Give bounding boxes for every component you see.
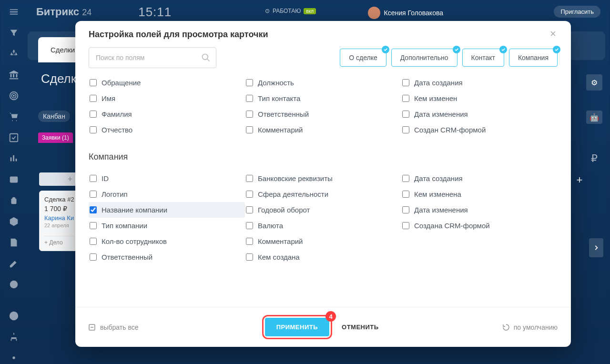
view-kanban[interactable]: Канбан bbox=[38, 111, 70, 122]
field-checkbox[interactable] bbox=[246, 253, 253, 261]
group-tab-3[interactable]: Компания bbox=[509, 49, 558, 67]
field-item[interactable]: Дата создания bbox=[401, 75, 558, 91]
clock-icon[interactable] bbox=[9, 279, 19, 290]
field-item[interactable]: Тип компании bbox=[89, 218, 245, 233]
field-item[interactable]: Обращение bbox=[89, 75, 245, 91]
field-item[interactable]: Кем изменена bbox=[401, 186, 558, 202]
field-checkbox[interactable] bbox=[246, 222, 253, 229]
field-checkbox[interactable] bbox=[90, 191, 97, 198]
field-item[interactable]: Кем создана bbox=[245, 249, 401, 265]
field-item[interactable]: Ответственный bbox=[89, 249, 245, 265]
field-checkbox[interactable] bbox=[402, 222, 409, 229]
field-checkbox[interactable] bbox=[90, 126, 97, 133]
field-item[interactable]: Валюта bbox=[245, 218, 401, 233]
field-item[interactable]: Дата изменения bbox=[401, 202, 558, 218]
field-checkbox[interactable] bbox=[402, 111, 409, 118]
sitemap-icon[interactable] bbox=[9, 332, 19, 342]
stage-zayavki[interactable]: Заявки (1) bbox=[38, 132, 73, 143]
field-item[interactable]: Название компании bbox=[89, 202, 245, 218]
field-item[interactable]: Создана CRM-формой bbox=[401, 218, 558, 233]
user-menu[interactable]: Ксения Головакова bbox=[368, 7, 443, 19]
field-item[interactable]: Логотип bbox=[89, 186, 245, 202]
reset-icon bbox=[502, 324, 510, 331]
id-card-icon[interactable] bbox=[9, 174, 19, 185]
field-item[interactable]: ID bbox=[89, 171, 245, 186]
search-input[interactable] bbox=[89, 47, 216, 68]
field-checkbox[interactable] bbox=[90, 253, 97, 261]
field-checkbox[interactable] bbox=[246, 175, 253, 182]
select-all[interactable]: выбрать все bbox=[89, 324, 138, 331]
gear-icon[interactable] bbox=[9, 353, 19, 363]
target-icon[interactable] bbox=[9, 91, 19, 101]
field-item[interactable]: Ответственный bbox=[245, 106, 401, 122]
field-checkbox[interactable] bbox=[246, 238, 253, 245]
cancel-button[interactable]: ОТМЕНИТЬ bbox=[342, 324, 379, 331]
field-checkbox[interactable] bbox=[402, 191, 409, 198]
robot-button[interactable]: 🤖 bbox=[586, 111, 602, 124]
svg-rect-4 bbox=[10, 177, 18, 183]
svg-point-5 bbox=[10, 281, 18, 289]
pencil-icon[interactable] bbox=[9, 258, 19, 269]
indeterminate-icon bbox=[89, 324, 95, 331]
field-checkbox[interactable] bbox=[90, 238, 97, 245]
field-item[interactable]: Тип контакта bbox=[245, 91, 401, 106]
close-icon[interactable]: × bbox=[550, 30, 559, 39]
field-item[interactable]: Дата создания bbox=[401, 171, 558, 186]
add-column[interactable]: + bbox=[573, 173, 586, 187]
check-icon[interactable] bbox=[9, 132, 19, 143]
field-checkbox[interactable] bbox=[246, 79, 253, 86]
field-checkbox[interactable] bbox=[90, 206, 97, 213]
field-checkbox[interactable] bbox=[246, 206, 253, 213]
help-icon[interactable] bbox=[9, 311, 19, 321]
field-item[interactable]: Фамилия bbox=[89, 106, 245, 122]
field-checkbox[interactable] bbox=[246, 126, 253, 133]
field-checkbox[interactable] bbox=[402, 206, 409, 213]
field-checkbox[interactable] bbox=[402, 175, 409, 182]
field-item[interactable]: Дата изменения bbox=[401, 106, 558, 122]
scroll-right[interactable] bbox=[589, 238, 603, 257]
field-item[interactable]: Создан CRM-формой bbox=[401, 122, 558, 138]
field-item[interactable]: Годовой оборот bbox=[245, 202, 401, 218]
field-checkbox[interactable] bbox=[402, 79, 409, 86]
invite-button[interactable]: Пригласить bbox=[554, 6, 600, 18]
field-item[interactable]: Имя bbox=[89, 91, 245, 106]
field-item[interactable]: Комментарий bbox=[245, 122, 401, 138]
android-icon[interactable] bbox=[9, 195, 19, 206]
field-checkbox[interactable] bbox=[402, 126, 409, 133]
group-tab-2[interactable]: Контакт bbox=[462, 49, 504, 67]
field-item[interactable]: Кол-во сотрудников bbox=[89, 233, 245, 249]
svg-rect-3 bbox=[10, 134, 18, 142]
field-checkbox[interactable] bbox=[90, 111, 97, 118]
svg-point-6 bbox=[10, 312, 18, 320]
recycle-icon[interactable] bbox=[9, 49, 19, 59]
field-item[interactable]: Комментарий bbox=[245, 233, 401, 249]
bank-icon[interactable] bbox=[9, 70, 19, 80]
field-checkbox[interactable] bbox=[402, 95, 409, 102]
field-item[interactable]: Отчество bbox=[89, 122, 245, 138]
apply-button[interactable]: ПРИМЕНИТЬ bbox=[265, 318, 329, 336]
chart-icon[interactable] bbox=[9, 153, 19, 164]
group-tab-0[interactable]: О сделке bbox=[340, 49, 386, 67]
search-icon bbox=[201, 53, 211, 62]
field-checkbox[interactable] bbox=[90, 95, 97, 102]
field-checkbox[interactable] bbox=[246, 191, 253, 198]
field-checkbox[interactable] bbox=[90, 175, 97, 182]
group-tab-1[interactable]: Дополнительно bbox=[391, 49, 458, 67]
field-item[interactable]: Кем изменен bbox=[401, 91, 558, 106]
field-checkbox[interactable] bbox=[246, 111, 253, 118]
field-label: Создана CRM-формой bbox=[414, 222, 490, 230]
field-checkbox[interactable] bbox=[246, 95, 253, 102]
brand-logo: Битрикс 24 bbox=[36, 6, 92, 18]
filter-icon[interactable] bbox=[9, 28, 19, 38]
cart-icon[interactable] bbox=[9, 111, 19, 122]
field-item[interactable]: Сфера деятельности bbox=[245, 186, 401, 202]
edit-doc-icon[interactable] bbox=[9, 237, 19, 248]
field-item[interactable]: Должность bbox=[245, 75, 401, 91]
field-checkbox[interactable] bbox=[90, 222, 97, 229]
field-item[interactable]: Банковские реквизиты bbox=[245, 171, 401, 186]
settings-button[interactable]: ⚙ bbox=[586, 74, 602, 91]
field-checkbox[interactable] bbox=[90, 79, 97, 86]
menu-icon[interactable] bbox=[9, 7, 19, 17]
box-icon[interactable] bbox=[9, 216, 19, 227]
reset-default[interactable]: по умолчанию bbox=[502, 324, 558, 331]
